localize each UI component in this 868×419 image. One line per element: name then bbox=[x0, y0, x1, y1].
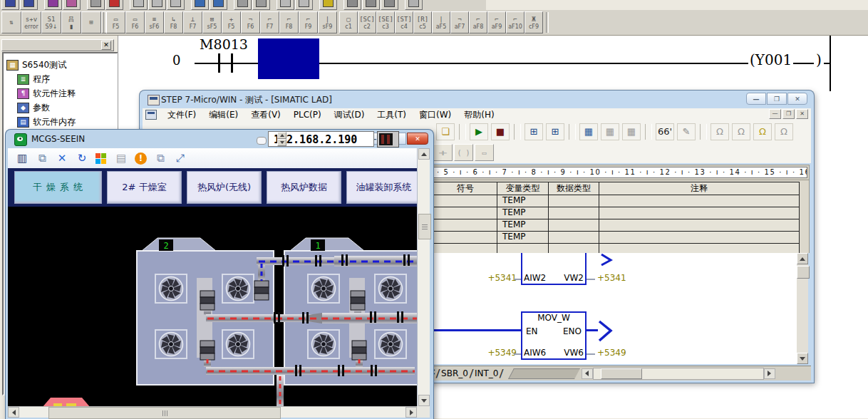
table-cell[interactable] bbox=[599, 219, 799, 232]
sc-button[interactable]: [SC]c2 bbox=[358, 11, 376, 33]
mcgs-horizontal-scrollbar[interactable] bbox=[8, 406, 417, 418]
tab-int-0[interactable]: INT_0 bbox=[475, 368, 498, 378]
menu-tools[interactable]: 工具(T) bbox=[371, 109, 413, 121]
table-cell[interactable]: TEMP bbox=[497, 195, 549, 207]
table-cell[interactable] bbox=[549, 195, 599, 207]
horizontal-line-button[interactable]: ⌐F9 bbox=[299, 11, 318, 33]
tree-item-device-memory[interactable]: ▤软元件内存 bbox=[6, 115, 115, 129]
step-run-button[interactable]: S1S9↓ bbox=[41, 11, 61, 33]
tab-sbr-0[interactable]: SBR_0 bbox=[441, 368, 468, 378]
tree-root-project[interactable]: ▦ S6540测试 bbox=[6, 58, 115, 72]
coil-button[interactable]: ↳F8 bbox=[164, 11, 183, 33]
cf9-button[interactable]: ЖcF9 bbox=[525, 11, 543, 33]
scroll-down-button[interactable] bbox=[797, 353, 808, 364]
write-plc-icon[interactable] bbox=[234, 0, 252, 10]
maximize-button[interactable]: ❐ bbox=[767, 93, 787, 105]
status-chart-pause-icon[interactable]: ▦ bbox=[601, 123, 619, 140]
box-insert-icon[interactable]: ▭ bbox=[475, 144, 494, 161]
se-button[interactable]: [SE]c3 bbox=[376, 11, 395, 33]
coil-insert-icon[interactable]: ( ) bbox=[454, 144, 473, 161]
pointer-force-icon[interactable]: ✎ bbox=[677, 123, 696, 140]
tab-oil-tank-loading[interactable]: 油罐装卸系统 bbox=[346, 171, 421, 204]
af5-button[interactable]: |aF5 bbox=[432, 11, 450, 33]
contact-insert-icon[interactable]: ⊣⊢ bbox=[433, 144, 453, 161]
table-cell[interactable] bbox=[434, 207, 497, 219]
mdi-minimize-button[interactable]: — bbox=[769, 109, 781, 119]
mcgs-graphics-area[interactable]: 2 1 bbox=[8, 207, 417, 406]
scroll-right-button[interactable] bbox=[405, 407, 417, 418]
mcgs-vertical-scrollbar[interactable] bbox=[417, 148, 430, 406]
tab-hot-air-furnace-wireless[interactable]: 热风炉(无线) bbox=[187, 171, 262, 204]
fullscreen-icon[interactable]: ⤢ bbox=[172, 150, 188, 166]
application-instruction-button[interactable]: ⊠sF5 bbox=[202, 11, 222, 33]
menu-edit[interactable]: 编辑(E) bbox=[202, 109, 244, 121]
clock-icon[interactable] bbox=[210, 0, 227, 10]
af8-button[interactable]: ⌐aF8 bbox=[469, 11, 487, 33]
scroll-down-button[interactable] bbox=[418, 395, 430, 406]
tree-panel-header[interactable]: ✕ bbox=[1, 39, 114, 51]
table-cell[interactable] bbox=[549, 232, 599, 244]
table-cell[interactable] bbox=[549, 207, 599, 219]
vertical-line-button[interactable]: ⊥F7 bbox=[183, 11, 202, 33]
delete-icon[interactable] bbox=[105, 0, 123, 10]
lock-up-icon[interactable]: Ω bbox=[775, 123, 793, 140]
printer-icon[interactable]: ▤ bbox=[113, 150, 129, 166]
screens-icon[interactable]: ⧉ bbox=[153, 150, 168, 166]
sort-updown-icon[interactable] bbox=[362, 0, 380, 10]
af10-button[interactable]: ⌐aF10 bbox=[506, 11, 525, 33]
rising-pulse-button[interactable]: +F5 bbox=[222, 11, 241, 33]
table-cell[interactable] bbox=[434, 219, 497, 232]
af7-button[interactable]: ¬aF7 bbox=[450, 11, 469, 33]
stop-runtime-button[interactable] bbox=[377, 131, 399, 148]
ladder-monitor-icon[interactable] bbox=[20, 0, 38, 10]
tab-2-drying-room[interactable]: 2# 干燥室 bbox=[107, 171, 182, 204]
menu-view[interactable]: 查看(V) bbox=[244, 109, 287, 121]
run-button[interactable]: ▶ bbox=[470, 123, 488, 140]
menu-help[interactable]: 帮助(H) bbox=[458, 109, 500, 121]
dot-grid-icon[interactable] bbox=[130, 0, 148, 10]
mdi-child-icon[interactable] bbox=[145, 110, 157, 120]
windows-logo-icon[interactable] bbox=[95, 153, 106, 164]
window-cascade-icon[interactable] bbox=[295, 0, 313, 10]
branch-line-button[interactable]: ⌐F7 bbox=[260, 11, 279, 33]
parallel-contact-button[interactable]: ≡sF6 bbox=[145, 11, 164, 33]
scrollbar-thumb[interactable] bbox=[601, 368, 642, 379]
step7-ladder-editor[interactable]: +5341 AIW2 VW2 +5341 MOV_W EN ENO +5349 … bbox=[430, 253, 797, 364]
lock-open-icon[interactable]: Ω bbox=[732, 123, 750, 140]
vertical-delete-button[interactable]: |sF9 bbox=[318, 11, 337, 33]
program-find-icon[interactable] bbox=[63, 0, 81, 10]
sort-up-icon[interactable] bbox=[343, 0, 361, 10]
tab-drying-system[interactable]: 干 燥 系 统 bbox=[14, 171, 102, 204]
table-cell[interactable] bbox=[599, 232, 799, 244]
program-block2-icon[interactable]: ⊞ bbox=[546, 123, 564, 140]
grid-view-button[interactable]: ⊞ bbox=[81, 11, 101, 33]
stop-button[interactable]: ■ bbox=[491, 123, 510, 140]
scroll-left-button[interactable] bbox=[8, 407, 19, 418]
program-block-icon[interactable]: ⊞ bbox=[525, 123, 543, 140]
tree-item-program[interactable]: ≣程序 bbox=[6, 72, 115, 86]
table-cell[interactable] bbox=[599, 195, 799, 207]
tab-hot-air-furnace-data[interactable]: 热风炉数据 bbox=[267, 171, 341, 204]
runtime-monitor-icon[interactable]: ▥ bbox=[14, 150, 30, 166]
mdi-close-button[interactable]: ✕ bbox=[796, 109, 808, 119]
menu-plc[interactable]: PLC(P) bbox=[287, 109, 328, 121]
table-cell[interactable] bbox=[549, 219, 599, 232]
close-button[interactable]: ✕ bbox=[787, 93, 807, 105]
table-cell[interactable]: TEMP bbox=[497, 207, 549, 219]
scroll-right-button[interactable] bbox=[764, 368, 775, 379]
falling-pulse-button[interactable]: ¬F6 bbox=[241, 11, 260, 33]
tree-item-device-comment[interactable]: ¶软元件注释 bbox=[6, 86, 115, 100]
menu-window[interactable]: 窗口(W) bbox=[413, 109, 458, 121]
lock-t-icon[interactable]: Ω bbox=[753, 123, 772, 140]
grid-icon[interactable] bbox=[87, 0, 105, 10]
window-tile-icon[interactable] bbox=[277, 0, 294, 10]
trend-view-icon[interactable]: ▦ bbox=[622, 123, 641, 140]
spin-up-button[interactable] bbox=[277, 132, 286, 139]
status-chart-icon[interactable]: ▦ bbox=[579, 123, 598, 140]
tools-icon[interactable]: ✕ bbox=[54, 150, 70, 166]
lock-closed-icon[interactable]: Ω bbox=[711, 123, 729, 140]
contact-monitor-icon[interactable] bbox=[148, 0, 166, 10]
insert-network-icon[interactable]: ❏ bbox=[436, 123, 455, 140]
coil-monitor-icon[interactable] bbox=[167, 0, 185, 10]
scroll-up-button[interactable] bbox=[418, 148, 430, 160]
